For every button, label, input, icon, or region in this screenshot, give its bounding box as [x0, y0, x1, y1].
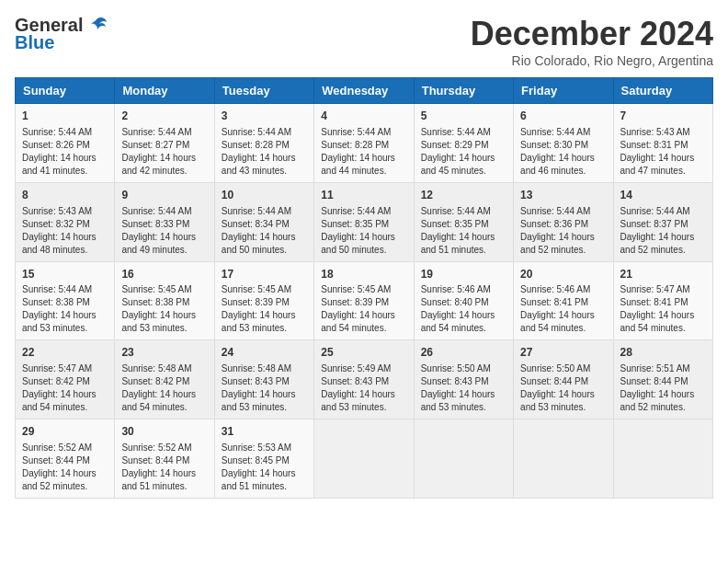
- daylight-text: Daylight: 14 hours and 52 minutes.: [620, 388, 706, 414]
- main-title: December 2024: [471, 15, 713, 53]
- calendar-week-row: 29Sunrise: 5:52 AMSunset: 8:44 PMDayligh…: [16, 419, 713, 499]
- daylight-text: Daylight: 14 hours and 47 minutes.: [620, 152, 706, 178]
- daylight-text: Daylight: 14 hours and 50 minutes.: [222, 231, 307, 257]
- calendar-cell: [314, 419, 414, 499]
- daylight-text: Daylight: 14 hours and 52 minutes.: [22, 467, 108, 493]
- daylight-text: Daylight: 14 hours and 54 minutes.: [22, 388, 108, 414]
- daylight-text: Daylight: 14 hours and 42 minutes.: [121, 152, 207, 178]
- sunrise-text: Sunrise: 5:45 AM: [222, 283, 307, 296]
- calendar-cell: 13Sunrise: 5:44 AMSunset: 8:36 PMDayligh…: [514, 182, 613, 261]
- sunset-text: Sunset: 8:42 PM: [22, 375, 108, 388]
- sunset-text: Sunset: 8:33 PM: [121, 218, 207, 231]
- sunset-text: Sunset: 8:44 PM: [121, 454, 207, 467]
- calendar-cell: 20Sunrise: 5:46 AMSunset: 8:41 PMDayligh…: [514, 261, 613, 340]
- day-number: 24: [222, 345, 307, 361]
- sunrise-text: Sunrise: 5:44 AM: [520, 126, 606, 139]
- day-number: 2: [121, 109, 207, 124]
- daylight-text: Daylight: 14 hours and 52 minutes.: [520, 231, 606, 257]
- logo: General Blue: [15, 15, 108, 53]
- page-header: General Blue December 2024 Rio Colorado,…: [15, 15, 713, 68]
- daylight-text: Daylight: 14 hours and 53 minutes.: [222, 388, 307, 414]
- sunset-text: Sunset: 8:44 PM: [520, 375, 606, 388]
- day-number: 9: [121, 188, 207, 203]
- sunset-text: Sunset: 8:35 PM: [421, 218, 506, 231]
- day-number: 22: [22, 345, 108, 361]
- day-number: 7: [620, 109, 706, 124]
- sunset-text: Sunset: 8:41 PM: [520, 296, 606, 309]
- sunset-text: Sunset: 8:32 PM: [22, 218, 108, 231]
- sunrise-text: Sunrise: 5:50 AM: [520, 362, 606, 375]
- daylight-text: Daylight: 14 hours and 51 minutes.: [121, 467, 207, 493]
- day-number: 29: [22, 424, 108, 440]
- calendar-cell: 22Sunrise: 5:47 AMSunset: 8:42 PMDayligh…: [16, 340, 115, 419]
- sunset-text: Sunset: 8:45 PM: [222, 454, 307, 467]
- day-header-monday: Monday: [115, 78, 214, 104]
- day-header-saturday: Saturday: [613, 78, 712, 104]
- sunrise-text: Sunrise: 5:50 AM: [421, 362, 506, 375]
- sunset-text: Sunset: 8:34 PM: [222, 218, 307, 231]
- daylight-text: Daylight: 14 hours and 53 minutes.: [421, 388, 506, 414]
- daylight-text: Daylight: 14 hours and 46 minutes.: [520, 152, 606, 178]
- calendar-cell: 16Sunrise: 5:45 AMSunset: 8:38 PMDayligh…: [115, 261, 214, 340]
- calendar-cell: 24Sunrise: 5:48 AMSunset: 8:43 PMDayligh…: [214, 340, 313, 419]
- sunset-text: Sunset: 8:44 PM: [620, 375, 706, 388]
- calendar-cell: 12Sunrise: 5:44 AMSunset: 8:35 PMDayligh…: [414, 182, 513, 261]
- calendar-cell: 18Sunrise: 5:45 AMSunset: 8:39 PMDayligh…: [314, 261, 414, 340]
- day-number: 16: [121, 267, 207, 282]
- daylight-text: Daylight: 14 hours and 54 minutes.: [421, 309, 506, 335]
- calendar-cell: 28Sunrise: 5:51 AMSunset: 8:44 PMDayligh…: [613, 340, 712, 419]
- day-number: 18: [321, 267, 406, 282]
- logo-content: General Blue: [15, 15, 108, 53]
- sunrise-text: Sunrise: 5:48 AM: [222, 362, 307, 375]
- daylight-text: Daylight: 14 hours and 44 minutes.: [321, 152, 406, 178]
- day-number: 3: [222, 109, 307, 124]
- calendar-header-row: SundayMondayTuesdayWednesdayThursdayFrid…: [16, 78, 713, 104]
- sunset-text: Sunset: 8:29 PM: [421, 139, 506, 152]
- calendar-cell: 11Sunrise: 5:44 AMSunset: 8:35 PMDayligh…: [314, 182, 414, 261]
- daylight-text: Daylight: 14 hours and 41 minutes.: [22, 152, 108, 178]
- day-number: 4: [321, 109, 406, 124]
- title-section: December 2024 Rio Colorado, Rio Negro, A…: [471, 15, 713, 68]
- sunset-text: Sunset: 8:26 PM: [22, 139, 108, 152]
- day-number: 17: [222, 267, 307, 282]
- logo-bird-icon: [87, 15, 108, 35]
- day-number: 20: [520, 267, 606, 282]
- day-number: 21: [620, 267, 706, 282]
- sunset-text: Sunset: 8:38 PM: [22, 296, 108, 309]
- daylight-text: Daylight: 14 hours and 51 minutes.: [421, 231, 506, 257]
- sunrise-text: Sunrise: 5:44 AM: [421, 126, 506, 139]
- sunset-text: Sunset: 8:42 PM: [121, 375, 207, 388]
- sunset-text: Sunset: 8:38 PM: [121, 296, 207, 309]
- calendar-cell: [414, 419, 513, 499]
- sunset-text: Sunset: 8:36 PM: [520, 218, 606, 231]
- daylight-text: Daylight: 14 hours and 49 minutes.: [121, 231, 207, 257]
- calendar-cell: 26Sunrise: 5:50 AMSunset: 8:43 PMDayligh…: [414, 340, 513, 419]
- sunrise-text: Sunrise: 5:53 AM: [222, 442, 307, 454]
- sunrise-text: Sunrise: 5:51 AM: [620, 362, 706, 375]
- calendar-cell: 21Sunrise: 5:47 AMSunset: 8:41 PMDayligh…: [613, 261, 712, 340]
- calendar-cell: 29Sunrise: 5:52 AMSunset: 8:44 PMDayligh…: [16, 419, 115, 499]
- calendar-week-row: 22Sunrise: 5:47 AMSunset: 8:42 PMDayligh…: [16, 340, 713, 419]
- day-number: 26: [421, 345, 506, 361]
- sunset-text: Sunset: 8:28 PM: [222, 139, 307, 152]
- sunrise-text: Sunrise: 5:44 AM: [22, 126, 108, 139]
- daylight-text: Daylight: 14 hours and 45 minutes.: [421, 152, 506, 178]
- daylight-text: Daylight: 14 hours and 53 minutes.: [121, 309, 207, 335]
- day-number: 30: [121, 424, 207, 440]
- daylight-text: Daylight: 14 hours and 51 minutes.: [222, 467, 307, 493]
- sunset-text: Sunset: 8:39 PM: [321, 296, 406, 309]
- sunset-text: Sunset: 8:43 PM: [222, 375, 307, 388]
- sunset-text: Sunset: 8:44 PM: [22, 454, 108, 467]
- sunrise-text: Sunrise: 5:43 AM: [22, 205, 108, 218]
- daylight-text: Daylight: 14 hours and 54 minutes.: [321, 309, 406, 335]
- sunrise-text: Sunrise: 5:43 AM: [620, 126, 706, 139]
- day-number: 28: [620, 345, 706, 361]
- sunset-text: Sunset: 8:35 PM: [321, 218, 406, 231]
- daylight-text: Daylight: 14 hours and 53 minutes.: [22, 309, 108, 335]
- daylight-text: Daylight: 14 hours and 54 minutes.: [520, 309, 606, 335]
- sunset-text: Sunset: 8:40 PM: [421, 296, 506, 309]
- calendar-cell: 5Sunrise: 5:44 AMSunset: 8:29 PMDaylight…: [414, 104, 513, 183]
- sunset-text: Sunset: 8:37 PM: [620, 218, 706, 231]
- day-header-thursday: Thursday: [414, 78, 513, 104]
- calendar-cell: 25Sunrise: 5:49 AMSunset: 8:43 PMDayligh…: [314, 340, 414, 419]
